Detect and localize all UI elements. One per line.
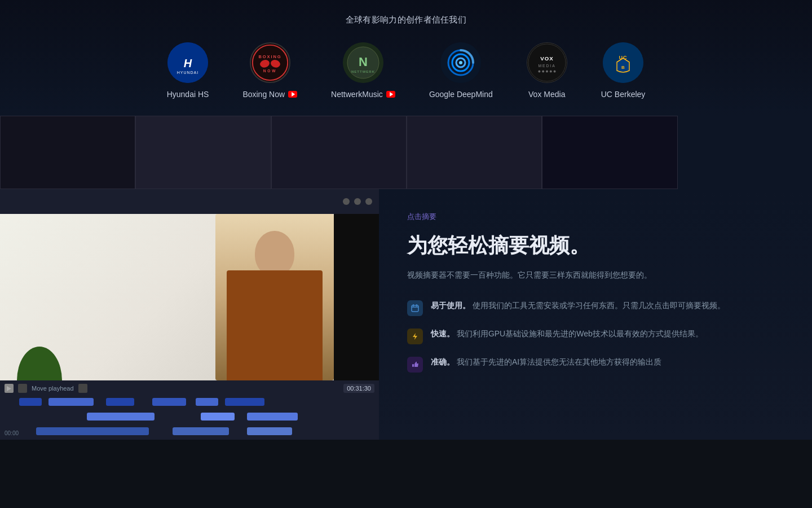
svg-text:B: B [621, 65, 625, 70]
thumb-1[interactable] [0, 116, 135, 189]
svg-marker-35 [413, 333, 417, 340]
thumb-4[interactable] [407, 116, 542, 189]
berkeley-label: UC Berkeley [601, 90, 646, 99]
svg-text:N: N [359, 55, 368, 69]
track-row-3 [2, 426, 377, 437]
feature-accurate-text: 准确。 我们基于先进的AI算法提供您无法在其他地方获得的输出质 [431, 356, 661, 368]
svg-rect-31 [412, 305, 418, 312]
feature-fast: 快速。 我们利用GPU基础设施和最先进的Web技术以最有效的方式提供结果。 [407, 327, 784, 344]
hyundai-logo: H HYUNDAI [167, 42, 208, 83]
deepmind-label: Google DeepMind [429, 90, 493, 99]
svg-point-25 [550, 71, 552, 73]
feature-accurate: 准确。 我们基于先进的AI算法提供您无法在其他地方获得的输出质 [407, 356, 784, 373]
vox-logo: VOX MEDIA [527, 42, 567, 83]
youtube-icon-boxing [288, 91, 297, 98]
window-btn-1[interactable] [343, 198, 350, 205]
brands-section: 全球有影响力的创作者信任我们 H HYUNDAI Hyundai HS [0, 0, 812, 116]
svg-point-22 [538, 71, 540, 73]
video-player: Move playhead 00:31:30 [0, 189, 379, 440]
brand-vox[interactable]: VOX MEDIA Vox Media [527, 42, 567, 99]
thumb-icon [407, 357, 423, 373]
thumb-5[interactable] [542, 116, 677, 189]
video-person [215, 214, 334, 380]
boxing-now-label: Boxing Now [242, 90, 297, 99]
svg-point-26 [553, 71, 555, 73]
calendar-icon [407, 300, 423, 316]
player-titlebar [0, 189, 379, 214]
video-frame[interactable] [0, 214, 379, 380]
svg-text:VOX: VOX [540, 55, 553, 62]
svg-point-18 [527, 43, 567, 82]
brands-row: H HYUNDAI Hyundai HS BOXING NOW [56, 42, 756, 99]
svg-point-23 [542, 71, 544, 73]
main-heading: 为您轻松摘要视频。 [407, 233, 784, 257]
svg-point-17 [459, 61, 462, 64]
thumb-2[interactable] [135, 116, 271, 189]
window-btn-2[interactable] [354, 198, 361, 205]
svg-text:HYUNDAI: HYUNDAI [177, 71, 199, 75]
playhead-label: Move playhead [32, 385, 74, 392]
timeline-controls: Move playhead 00:31:30 [0, 380, 379, 396]
page-title: 全球有影响力的创作者信任我们 [56, 6, 756, 42]
brand-hyundai[interactable]: H HYUNDAI Hyundai HS [167, 42, 209, 99]
feature-easy-text: 易于使用。 使用我们的工具无需安装或学习任何东西。只需几次点击即可摘要视频。 [431, 299, 725, 312]
right-panel-top [678, 116, 812, 189]
speed-button[interactable] [78, 384, 87, 393]
main-content: Move playhead 00:31:30 [0, 189, 812, 440]
berkeley-logo: UC B [603, 42, 643, 83]
feature-easy: 易于使用。 使用我们的工具无需安装或学习任何东西。只需几次点击即可摘要视频。 [407, 299, 784, 316]
section-tag: 点击摘要 [407, 212, 784, 222]
svg-text:NETTWERK: NETTWERK [351, 70, 375, 73]
svg-text:BOXING: BOXING [258, 54, 281, 59]
window-btn-3[interactable] [365, 198, 372, 205]
brand-deepmind[interactable]: Google DeepMind [429, 42, 493, 99]
svg-point-3 [251, 43, 289, 82]
thumb-3[interactable] [271, 116, 407, 189]
deepmind-logo [440, 42, 481, 83]
boxing-now-logo: BOXING NOW [250, 42, 290, 83]
svg-text:MEDIA: MEDIA [538, 64, 555, 68]
svg-text:H: H [184, 57, 192, 69]
bolt-icon [407, 329, 423, 344]
feature-fast-text: 快速。 我们利用GPU基础设施和最先进的Web技术以最有效的方式提供结果。 [431, 327, 703, 340]
hyundai-label: Hyundai HS [167, 90, 209, 99]
play-button[interactable] [5, 384, 14, 393]
tracks-area [0, 396, 379, 430]
loop-button[interactable] [18, 384, 27, 393]
nettwerk-label: NettwerkMusic [331, 90, 395, 99]
description-text: 视频摘要器不需要一百种功能。它只需要三样东西就能得到您想要的。 [407, 269, 678, 282]
nettwerk-logo: N NETTWERK [343, 42, 383, 83]
svg-marker-30 [7, 386, 11, 391]
svg-rect-36 [412, 364, 414, 367]
time-display: 00:31:30 [343, 384, 374, 393]
track-row-2 [2, 411, 377, 422]
features-list: 易于使用。 使用我们的工具无需安装或学习任何东西。只需几次点击即可摘要视频。 快… [407, 299, 784, 373]
track-row-1 [2, 396, 377, 408]
svg-text:NOW: NOW [263, 69, 277, 73]
vox-label: Vox Media [528, 90, 565, 99]
brand-nettwerk[interactable]: N NETTWERK NettwerkMusic [331, 42, 395, 99]
thumbnail-strip [0, 116, 812, 189]
info-panel: 点击摘要 为您轻松摘要视频。 视频摘要器不需要一百种功能。它只需要三样东西就能得… [379, 189, 812, 440]
svg-point-24 [546, 71, 548, 73]
brand-berkeley[interactable]: UC B UC Berkeley [601, 42, 646, 99]
youtube-icon-nettwerk [386, 91, 395, 98]
brand-boxing-now[interactable]: BOXING NOW Boxing Now [242, 42, 297, 99]
timeline-area[interactable]: Move playhead 00:31:30 [0, 380, 379, 440]
